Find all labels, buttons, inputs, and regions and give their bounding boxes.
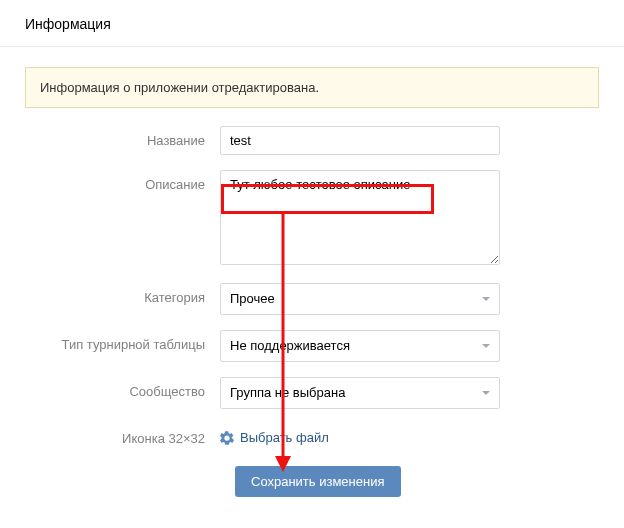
- row-icon: Иконка 32×32 Выбрать файл: [25, 424, 599, 448]
- label-icon: Иконка 32×32: [25, 424, 220, 446]
- ranking-select[interactable]: Не поддерживается: [220, 330, 500, 362]
- gear-icon: [220, 431, 234, 445]
- save-button[interactable]: Сохранить изменения: [235, 466, 401, 497]
- category-select[interactable]: Прочее: [220, 283, 500, 315]
- description-textarea[interactable]: [220, 170, 500, 265]
- row-ranking: Тип турнирной таблицы Не поддерживается: [25, 330, 599, 362]
- submit-row: Сохранить изменения: [25, 466, 599, 497]
- choose-file-link[interactable]: Выбрать файл: [220, 424, 329, 445]
- label-category: Категория: [25, 283, 220, 305]
- choose-file-label: Выбрать файл: [240, 430, 329, 445]
- app-info-form: Название Описание Категория Прочее Тип т…: [0, 126, 624, 517]
- success-notice: Информация о приложении отредактирована.: [25, 67, 599, 108]
- row-name: Название: [25, 126, 599, 155]
- label-ranking: Тип турнирной таблицы: [25, 330, 220, 352]
- label-community: Сообщество: [25, 377, 220, 399]
- page-header: Информация: [0, 0, 624, 47]
- page-title: Информация: [25, 16, 599, 32]
- name-input[interactable]: [220, 126, 500, 155]
- label-description: Описание: [25, 170, 220, 192]
- label-name: Название: [25, 126, 220, 148]
- community-select[interactable]: Группа не выбрана: [220, 377, 500, 409]
- row-category: Категория Прочее: [25, 283, 599, 315]
- notice-text: Информация о приложении отредактирована.: [40, 80, 319, 95]
- row-community: Сообщество Группа не выбрана: [25, 377, 599, 409]
- row-description: Описание: [25, 170, 599, 268]
